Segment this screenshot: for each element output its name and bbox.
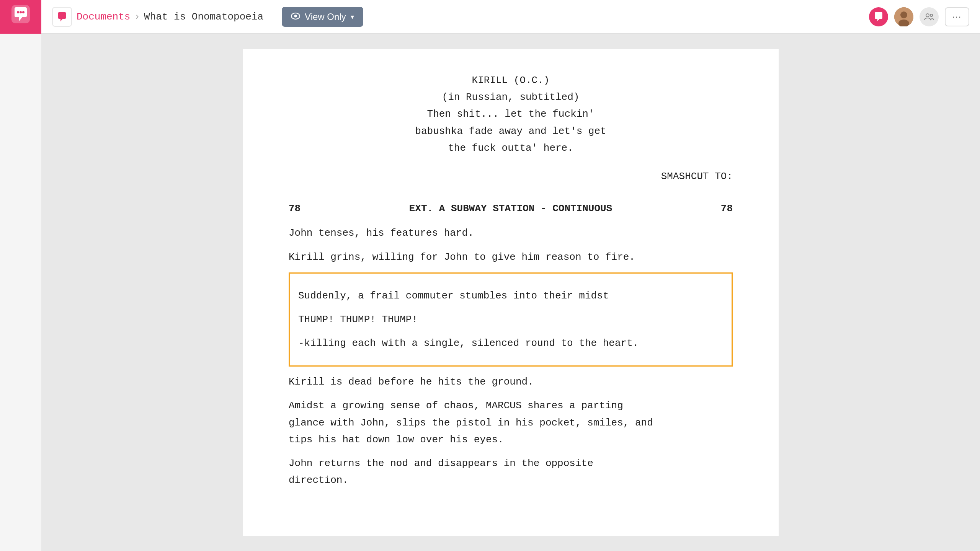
- highlight-line-3: -killing each with a single, silenced ro…: [298, 335, 723, 352]
- highlight-line-2: THUMP! THUMP! THUMP!: [298, 311, 723, 328]
- breadcrumb-current: What is Onomatopoeia: [144, 11, 263, 23]
- dialogue-line1: Then shit... let the fuckin': [289, 106, 733, 122]
- dialogue-line2: babushka fade away and let's get: [289, 123, 733, 140]
- character-block: KIRILL (O.C.) (in Russian, subtitled) Th…: [289, 72, 733, 156]
- logo-icon: [11, 5, 30, 28]
- avatar-user[interactable]: [894, 7, 913, 26]
- svg-point-1: [17, 11, 19, 13]
- scene-number-right: 78: [721, 200, 733, 217]
- main-content: KIRILL (O.C.) (in Russian, subtitled) Th…: [41, 34, 980, 551]
- highlight-line-1: Suddenly, a frail commuter stumbles into…: [298, 287, 723, 304]
- svg-point-2: [20, 11, 22, 13]
- action-line-5: John returns the nod and disappears in t…: [289, 455, 733, 489]
- scene-number-left: 78: [289, 200, 301, 217]
- topbar-left: Documents › What is Onomatopoeia View On…: [41, 7, 869, 27]
- character-name: KIRILL (O.C.): [289, 72, 733, 89]
- scene-heading-text: EXT. A SUBWAY STATION - CONTINUOUS: [409, 200, 612, 217]
- view-only-button[interactable]: View Only ▾: [282, 7, 363, 27]
- chevron-down-icon: ▾: [351, 13, 354, 21]
- chat-icon-button[interactable]: [52, 7, 72, 27]
- svg-point-5: [294, 15, 297, 17]
- eye-icon: [291, 12, 300, 22]
- sidebar: [0, 34, 41, 551]
- breadcrumb: Documents › What is Onomatopoeia: [77, 11, 263, 23]
- highlighted-block: Suddenly, a frail commuter stumbles into…: [289, 272, 733, 367]
- dialogue-line3: the fuck outta' here.: [289, 140, 733, 156]
- action-line-4: Amidst a growing sense of chaos, MARCUS …: [289, 397, 733, 448]
- svg-point-9: [926, 14, 929, 17]
- logo-block: [0, 0, 41, 34]
- scene-heading: 78 EXT. A SUBWAY STATION - CONTINUOUS 78: [289, 200, 733, 217]
- view-only-label: View Only: [305, 11, 346, 22]
- action-line-3: Kirill is dead before he hits the ground…: [289, 373, 733, 390]
- smashcut-text: SMASHCUT TO:: [661, 171, 733, 182]
- smashcut-line: SMASHCUT TO:: [289, 168, 733, 185]
- people-icon-button[interactable]: [920, 7, 939, 26]
- avatar-chat[interactable]: [869, 7, 888, 26]
- svg-point-10: [930, 14, 933, 16]
- topbar-right: ···: [869, 7, 980, 26]
- breadcrumb-documents-link[interactable]: Documents: [77, 11, 130, 23]
- svg-point-3: [22, 11, 24, 13]
- breadcrumb-separator: ›: [134, 11, 140, 23]
- action-line-2: Kirill grins, willing for John to give h…: [289, 249, 733, 266]
- parenthetical: (in Russian, subtitled): [289, 89, 733, 106]
- action-line-1: John tenses, his features hard.: [289, 225, 733, 241]
- more-options-button[interactable]: ···: [945, 7, 969, 26]
- document-page: KIRILL (O.C.) (in Russian, subtitled) Th…: [243, 49, 779, 536]
- topbar: Documents › What is Onomatopoeia View On…: [0, 0, 980, 34]
- svg-point-7: [900, 11, 907, 18]
